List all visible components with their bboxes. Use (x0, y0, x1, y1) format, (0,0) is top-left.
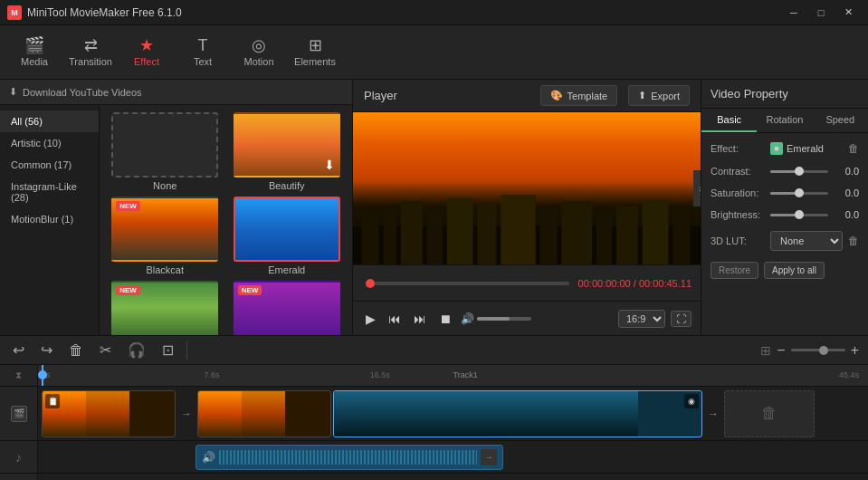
svg-rect-8 (539, 207, 557, 264)
redo-button[interactable]: ↪ (37, 340, 56, 360)
lut-label: 3D LUT: (711, 235, 765, 246)
filter-all[interactable]: All (56) (0, 110, 99, 132)
toolbar-text[interactable]: T Text (177, 30, 228, 75)
zoom-out-button[interactable]: − (777, 342, 785, 359)
audio-arrow-button[interactable]: → (481, 449, 497, 466)
media-icon: 🎬 (24, 37, 44, 53)
brightness-value: 0.0 (834, 209, 859, 220)
svg-rect-13 (672, 211, 690, 265)
playhead (42, 365, 43, 386)
media-label: Media (21, 56, 48, 67)
effect-beautify[interactable]: ⬇ Beautify (229, 112, 346, 191)
clip-1[interactable]: 📋 (42, 390, 176, 437)
progress-bar[interactable] (366, 282, 569, 285)
clip-3[interactable]: ◉ (333, 390, 702, 437)
app-title: MiniTool MovieMaker Free 6.1.0 (27, 6, 781, 19)
time-display: 00:00:00:00 / 00:00:45.11 (578, 278, 692, 289)
brightness-slider[interactable] (770, 214, 828, 216)
tab-speed[interactable]: Speed (813, 109, 868, 132)
tab-basic[interactable]: Basic (701, 109, 757, 132)
toolbar-effect[interactable]: ★ Effect (121, 30, 172, 75)
brightness-row: Brightness: 0.0 (711, 209, 859, 220)
video-track-icons: 🎬 (0, 387, 37, 441)
effect-emerald-thumb (234, 197, 340, 262)
export-button[interactable]: ⬆ Export (628, 85, 690, 106)
zoom-in-button[interactable]: + (851, 342, 859, 359)
effect-emerald[interactable]: Emerald (229, 197, 346, 275)
effect-5[interactable]: NEW Effect5 (107, 281, 224, 335)
contrast-slider[interactable] (770, 170, 828, 173)
prev-frame-button[interactable]: ⏮ (385, 310, 405, 328)
clip-arrow-1: → (177, 408, 196, 420)
svg-rect-5 (447, 198, 473, 265)
collapse-arrow[interactable]: › (693, 170, 701, 206)
new-badge: NEW (116, 201, 140, 211)
ruler-spacer: ⧗ (0, 365, 37, 387)
zoom-slider[interactable] (791, 349, 845, 351)
toolbar-motion[interactable]: ◎ Motion (234, 30, 284, 75)
audio-button[interactable]: 🎧 (124, 340, 149, 360)
effect-6[interactable]: NEW Effect6 (229, 281, 346, 335)
tab-rotation[interactable]: Rotation (757, 109, 812, 132)
zoom-controls: ⊞ − + (760, 342, 859, 359)
svg-rect-6 (477, 205, 496, 265)
motion-icon: ◎ (252, 37, 266, 53)
undo-button[interactable]: ↩ (9, 340, 28, 360)
next-frame-button[interactable]: ⏭ (410, 310, 430, 328)
clip-3-frame-4 (464, 391, 508, 437)
music-icon: ♪ (15, 450, 22, 465)
player-title: Player (364, 89, 397, 102)
minimize-button[interactable]: ─ (781, 4, 806, 22)
video-property-header: Video Property (701, 80, 868, 109)
crop-button[interactable]: ⊡ (158, 340, 177, 360)
toolbar-transition[interactable]: ⇄ Transition (65, 30, 116, 75)
player-controls: 00:00:00:00 / 00:00:45.11 (353, 264, 701, 301)
remove-lut-button[interactable]: 🗑 (848, 235, 859, 247)
filter-artistic[interactable]: Artistic (10) (0, 132, 99, 154)
play-button[interactable]: ▶ (362, 310, 379, 328)
toolbar-media[interactable]: 🎬 Media (9, 30, 60, 75)
clip-2[interactable] (197, 390, 331, 437)
audio-volume-icon: 🔊 (202, 451, 215, 464)
clip-1-frame-2 (86, 391, 129, 437)
lut-select[interactable]: None (770, 231, 843, 251)
audio-clip-1[interactable]: 🔊 → (196, 445, 503, 470)
clip-3-frame-2 (377, 391, 421, 437)
transition-icon: ⇄ (84, 37, 98, 53)
effect-beautify-label: Beautify (269, 180, 305, 191)
cut-button[interactable]: ✂ (96, 340, 115, 360)
transition-label: Transition (69, 56, 112, 67)
filter-motionblur[interactable]: MotionBlur (1) (0, 208, 99, 230)
maximize-button[interactable]: □ (808, 4, 834, 22)
svg-rect-7 (501, 195, 535, 264)
saturation-slider[interactable] (770, 192, 828, 195)
toolbar-elements[interactable]: ⊞ Elements (290, 30, 340, 75)
effect-icon: ★ (139, 37, 154, 53)
elements-label: Elements (294, 56, 336, 67)
download-bar[interactable]: ⬇ Download YouTube Videos (0, 80, 352, 105)
filter-common[interactable]: Common (17) (0, 154, 99, 176)
stop-button[interactable]: ⏹ (435, 310, 455, 328)
aspect-ratio-select[interactable]: 16:9 9:16 1:1 (618, 310, 665, 328)
remove-effect-button[interactable]: 🗑 (848, 142, 859, 155)
restore-button[interactable]: Restore (711, 262, 758, 279)
effect-blackcat[interactable]: NEW Blackcat (107, 197, 224, 275)
add-media-button[interactable]: 🗑 (761, 404, 777, 423)
close-button[interactable]: ✕ (835, 4, 861, 22)
template-button[interactable]: 🎨 Template (540, 85, 618, 106)
apply-all-button[interactable]: Apply to all (764, 262, 825, 279)
motion-label: Motion (243, 56, 273, 67)
time-mark-1: 7.6s (204, 370, 219, 379)
contrast-row: Contrast: 0.0 (711, 166, 859, 177)
export-label: Export (651, 91, 680, 101)
effect-none[interactable]: None (107, 112, 224, 191)
filter-list: All (56) Artistic (10) Common (17) Insta… (0, 105, 100, 335)
main-toolbar: 🎬 Media ⇄ Transition ★ Effect T Text ◎ M… (0, 25, 868, 80)
template-label: Template (568, 91, 608, 101)
effect-selector: ■ Emerald (770, 142, 843, 155)
volume-slider[interactable] (477, 317, 531, 321)
effect-blackcat-label: Blackcat (146, 264, 184, 275)
filter-instagram[interactable]: Instagram-Like (28) (0, 176, 99, 208)
delete-button[interactable]: 🗑 (65, 341, 87, 360)
fullscreen-button[interactable]: ⛶ (671, 311, 692, 327)
